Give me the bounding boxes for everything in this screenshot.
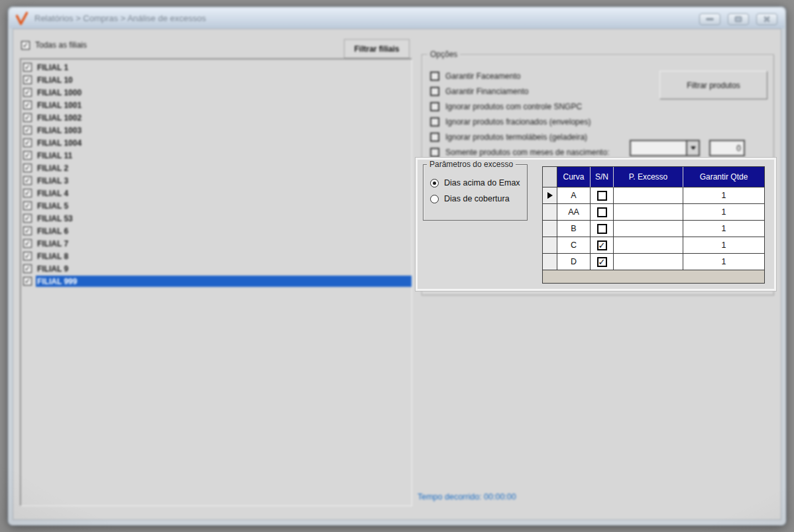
branch-checkbox[interactable]: ✓: [23, 113, 32, 122]
option-checkbox[interactable]: ✓: [430, 87, 439, 96]
branch-checkbox[interactable]: ✓: [23, 277, 32, 286]
branch-row-highlight[interactable]: FILIAL 6: [36, 225, 412, 237]
p-excesso-cell[interactable]: [614, 204, 683, 221]
sn-cell[interactable]: ✓: [591, 254, 614, 270]
garantir-qtde-cell[interactable]: 1: [683, 221, 764, 237]
option-row[interactable]: ✓ Ignorar produtos fracionados (envelope…: [430, 117, 609, 127]
branch-row-highlight[interactable]: FILIAL 9: [36, 263, 412, 274]
option-checkbox[interactable]: ✓: [430, 148, 439, 157]
branch-row-highlight[interactable]: FILIAL 1000: [36, 87, 412, 98]
branch-list-item[interactable]: ✓ FILIAL 1003: [21, 124, 412, 136]
months-count-field[interactable]: [709, 140, 745, 156]
sn-checkbox[interactable]: ✓: [597, 207, 607, 217]
sn-cell[interactable]: ✓: [591, 221, 614, 237]
dropdown-button[interactable]: [686, 141, 699, 155]
option-checkbox[interactable]: ✓: [430, 117, 439, 127]
option-row[interactable]: ✓ Ignorar produtos termolábeis (geladeir…: [430, 133, 609, 142]
branch-checkbox[interactable]: ✓: [23, 201, 32, 210]
branch-row-highlight[interactable]: FILIAL 1003: [36, 125, 412, 136]
p-excesso-cell[interactable]: [614, 221, 683, 237]
branch-list-item[interactable]: ✓ FILIAL 1000: [21, 86, 412, 99]
filter-products-button[interactable]: Filtrar produtos: [659, 71, 767, 99]
garantir-qtde-cell[interactable]: 1: [683, 237, 764, 254]
branch-row-highlight[interactable]: FILIAL 5: [36, 200, 412, 211]
branch-list-item[interactable]: ✓ FILIAL 10: [21, 74, 412, 86]
radio-button[interactable]: [430, 179, 439, 187]
branch-checkbox[interactable]: ✓: [23, 101, 32, 109]
branch-checkbox[interactable]: ✓: [23, 63, 32, 72]
p-excesso-cell[interactable]: [614, 187, 683, 204]
branch-checkbox[interactable]: ✓: [23, 76, 32, 84]
branch-checkbox[interactable]: ✓: [23, 252, 32, 260]
option-row[interactable]: ✓ Garantir Faceamento: [430, 72, 609, 81]
sn-checkbox[interactable]: ✓: [597, 240, 607, 250]
radio-dias-acima-emax[interactable]: Dias acima do Emax: [430, 178, 520, 187]
branch-list-item[interactable]: ✓ FILIAL 1: [21, 61, 412, 74]
branch-checkbox[interactable]: ✓: [23, 88, 32, 97]
sn-checkbox[interactable]: ✓: [597, 191, 607, 201]
months-dropdown[interactable]: [630, 140, 700, 156]
option-row[interactable]: ✓ Garantir Financiamento: [430, 87, 609, 96]
sn-cell[interactable]: ✓: [591, 237, 614, 254]
option-row[interactable]: ✓ Somente produtos com meses de nascimen…: [430, 148, 609, 157]
close-button[interactable]: [756, 13, 777, 25]
branch-list-item[interactable]: ✓ FILIAL 5: [21, 199, 412, 212]
option-checkbox[interactable]: ✓: [430, 72, 439, 81]
branch-row-highlight[interactable]: FILIAL 3: [36, 175, 412, 186]
branch-list-item[interactable]: ✓ FILIAL 53: [21, 212, 412, 225]
branch-checkbox[interactable]: ✓: [23, 189, 32, 197]
branch-row-highlight[interactable]: FILIAL 4: [36, 187, 412, 199]
branches-list[interactable]: ✓ FILIAL 1 ✓ FILIAL 10 ✓ FILIAL 1000 ✓ F…: [20, 58, 412, 506]
option-checkbox[interactable]: ✓: [430, 133, 439, 142]
garantir-qtde-cell[interactable]: 1: [683, 187, 764, 204]
row-indicator-cell[interactable]: [543, 221, 557, 237]
p-excesso-cell[interactable]: [614, 237, 683, 254]
option-row[interactable]: ✓ Ignorar produtos com controle SNGPC: [430, 102, 609, 111]
branch-checkbox[interactable]: ✓: [23, 214, 32, 223]
branch-row-highlight[interactable]: FILIAL 1: [36, 62, 412, 73]
select-all-checkbox[interactable]: ✓: [21, 41, 30, 50]
branch-checkbox[interactable]: ✓: [23, 126, 32, 134]
branch-list-item[interactable]: ✓ FILIAL 6: [21, 225, 412, 237]
maximize-button[interactable]: [728, 13, 749, 25]
branch-checkbox[interactable]: ✓: [23, 138, 32, 147]
sn-checkbox[interactable]: ✓: [597, 257, 607, 267]
branch-list-item[interactable]: ✓ FILIAL 1002: [21, 111, 412, 124]
sn-cell[interactable]: ✓: [591, 187, 614, 204]
p-excesso-cell[interactable]: [614, 254, 683, 270]
branch-list-item[interactable]: ✓ FILIAL 11: [21, 149, 412, 162]
curve-table-row[interactable]: AA ✓ 1: [543, 204, 764, 221]
branch-list-item[interactable]: ✓ FILIAL 4: [21, 187, 412, 199]
branch-row-highlight[interactable]: FILIAL 11: [36, 150, 412, 161]
branch-row-highlight[interactable]: FILIAL 1001: [36, 99, 412, 111]
row-indicator-cell[interactable]: [543, 237, 557, 254]
branch-list-item[interactable]: ✓ FILIAL 999: [21, 275, 412, 288]
sn-cell[interactable]: ✓: [591, 204, 614, 221]
filter-branches-button[interactable]: Filtrar filiais: [344, 39, 410, 58]
radio-dias-de-cobertura[interactable]: Dias de cobertura: [430, 194, 510, 203]
branch-list-item[interactable]: ✓ FILIAL 7: [21, 237, 412, 250]
branch-row-highlight[interactable]: FILIAL 1002: [36, 112, 412, 123]
branch-row-highlight[interactable]: FILIAL 1004: [36, 137, 412, 148]
sn-checkbox[interactable]: ✓: [597, 224, 607, 234]
branch-checkbox[interactable]: ✓: [23, 264, 32, 273]
branch-row-highlight[interactable]: FILIAL 2: [36, 162, 412, 174]
branch-row-highlight[interactable]: FILIAL 7: [36, 238, 412, 249]
curve-table-row[interactable]: C ✓ 1: [543, 237, 764, 254]
branch-list-item[interactable]: ✓ FILIAL 1001: [21, 99, 412, 111]
branch-list-item[interactable]: ✓ FILIAL 2: [21, 162, 412, 174]
branch-list-item[interactable]: ✓ FILIAL 1004: [21, 136, 412, 149]
option-checkbox[interactable]: ✓: [430, 102, 439, 111]
branch-checkbox[interactable]: ✓: [23, 164, 32, 172]
branch-checkbox[interactable]: ✓: [23, 176, 32, 185]
branch-list-item[interactable]: ✓ FILIAL 9: [21, 262, 412, 275]
branch-checkbox[interactable]: ✓: [23, 239, 32, 248]
branch-list-item[interactable]: ✓ FILIAL 8: [21, 250, 412, 262]
curve-table-row[interactable]: A ✓ 1: [543, 187, 764, 204]
garantir-qtde-cell[interactable]: 1: [683, 254, 764, 270]
garantir-qtde-cell[interactable]: 1: [683, 204, 764, 221]
branch-row-highlight[interactable]: FILIAL 8: [36, 250, 412, 262]
select-all-branches-row[interactable]: ✓ Todas as filiais: [21, 40, 87, 50]
branch-row-highlight[interactable]: FILIAL 999: [36, 276, 412, 287]
branch-checkbox[interactable]: ✓: [23, 151, 32, 160]
